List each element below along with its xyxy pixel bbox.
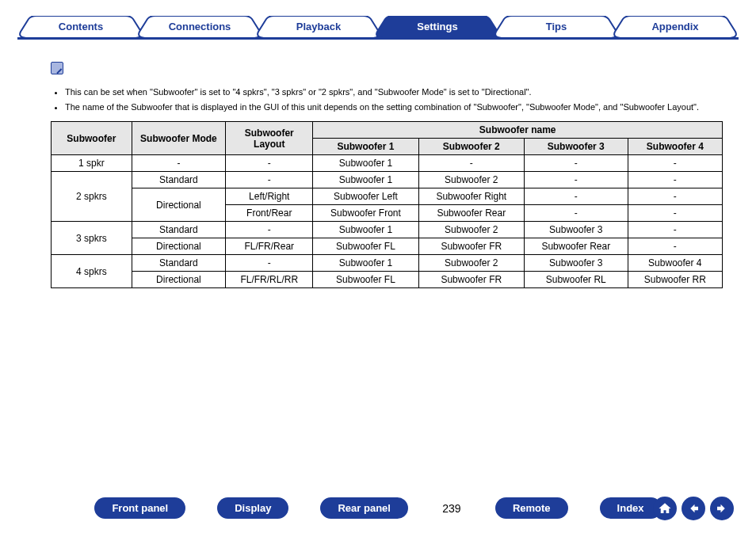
tab-contents[interactable]: Contents — [17, 16, 144, 38]
cell: FL/FR/Rear — [226, 238, 313, 255]
table-row: 3 spkrs Standard - Subwoofer 1 Subwoofer… — [52, 222, 723, 238]
nav-index[interactable]: Index — [600, 497, 662, 519]
cell: 1 spkr — [52, 155, 132, 172]
cell: 3 spkrs — [52, 222, 132, 255]
cell: Subwoofer RL — [524, 272, 628, 288]
cell: 4 spkrs — [52, 255, 132, 288]
tab-label: Appendix — [651, 21, 698, 32]
tab-label: Settings — [417, 21, 457, 32]
nav-remote[interactable]: Remote — [495, 497, 568, 519]
cell: - — [524, 155, 628, 172]
nav-front-panel[interactable]: Front panel — [94, 497, 185, 519]
cell: - — [418, 155, 524, 172]
tab-label: Playback — [296, 21, 341, 32]
subwoofer-table: Subwoofer Subwoofer Mode Subwoofer Layou… — [51, 121, 723, 288]
cell: Front/Rear — [226, 205, 313, 222]
cell: Subwoofer Left — [313, 188, 418, 205]
cell: - — [628, 238, 722, 255]
cell: Subwoofer 2 — [418, 255, 524, 272]
cell: - — [628, 188, 722, 205]
table-row: Directional FL/FR/RL/RR Subwoofer FL Sub… — [52, 272, 723, 288]
cell: Subwoofer 2 — [418, 172, 524, 188]
cell: - — [524, 172, 628, 188]
note-list: This can be set when "Subwoofer" is set … — [51, 86, 723, 113]
cell: - — [628, 172, 722, 188]
cell: Directional — [132, 188, 226, 222]
cell: Subwoofer Rear — [524, 238, 628, 255]
cell: Directional — [132, 238, 226, 255]
cell: Standard — [132, 222, 226, 238]
arrow-left-icon — [686, 501, 701, 516]
note-icon — [51, 62, 63, 74]
page-controls — [653, 497, 734, 520]
cell: FL/FR/RL/RR — [226, 272, 313, 288]
tab-settings[interactable]: Settings — [374, 16, 501, 38]
col-sub4: Subwoofer 4 — [628, 139, 722, 155]
bottom-nav: Front panel Display Rear panel 239 Remot… — [0, 497, 756, 519]
cell: Subwoofer Rear — [418, 205, 524, 222]
cell: - — [628, 222, 722, 238]
cell: - — [226, 172, 313, 188]
cell: Standard — [132, 255, 226, 272]
tab-label: Tips — [546, 21, 567, 32]
next-page-button[interactable] — [710, 497, 734, 520]
cell: Standard — [132, 172, 226, 188]
nav-rear-panel[interactable]: Rear panel — [320, 497, 407, 519]
cell: Subwoofer FR — [418, 238, 524, 255]
page-number: 239 — [440, 502, 464, 515]
cell: 2 spkrs — [52, 172, 132, 222]
cell: Subwoofer 1 — [313, 255, 418, 272]
cell: Left/Right — [226, 188, 313, 205]
cell: Subwoofer 4 — [628, 255, 722, 272]
col-group-subwoofer-name: Subwoofer name — [313, 122, 723, 139]
tab-playback[interactable]: Playback — [255, 16, 382, 38]
table-header-row: Subwoofer Subwoofer Mode Subwoofer Layou… — [52, 122, 723, 139]
cell: Subwoofer 2 — [418, 222, 524, 238]
cell: Subwoofer Front — [313, 205, 418, 222]
col-sub2: Subwoofer 2 — [418, 139, 524, 155]
arrow-right-icon — [715, 501, 729, 516]
nav-display[interactable]: Display — [217, 497, 288, 519]
top-tab-bar: Contents Connections Playback Settings T… — [17, 13, 739, 40]
col-sub3: Subwoofer 3 — [524, 139, 628, 155]
cell: - — [524, 205, 628, 222]
cell: - — [226, 155, 313, 172]
table-row: 1 spkr - - Subwoofer 1 - - - — [52, 155, 723, 172]
cell: - — [226, 222, 313, 238]
cell: Subwoofer FR — [418, 272, 524, 288]
tab-label: Connections — [169, 21, 231, 32]
cell: Subwoofer RR — [628, 272, 722, 288]
tab-connections[interactable]: Connections — [136, 16, 263, 38]
cell: Subwoofer 1 — [313, 172, 418, 188]
cell: Subwoofer Right — [418, 188, 524, 205]
cell: - — [226, 255, 313, 272]
cell: Subwoofer 1 — [313, 155, 418, 172]
col-subwoofer-layout: Subwoofer Layout — [226, 122, 313, 155]
tab-tips[interactable]: Tips — [493, 16, 620, 38]
cell: - — [628, 155, 722, 172]
cell: Subwoofer 3 — [524, 222, 628, 238]
tab-label: Contents — [59, 21, 103, 32]
col-sub1: Subwoofer 1 — [313, 139, 418, 155]
table-row: 4 spkrs Standard - Subwoofer 1 Subwoofer… — [52, 255, 723, 272]
col-subwoofer-mode: Subwoofer Mode — [132, 122, 226, 155]
col-subwoofer: Subwoofer — [52, 122, 132, 155]
table-row: Directional FL/FR/Rear Subwoofer FL Subw… — [52, 238, 723, 255]
table-row: 2 spkrs Standard - Subwoofer 1 Subwoofer… — [52, 172, 723, 188]
cell: Subwoofer 3 — [524, 255, 628, 272]
note-item: The name of the Subwoofer that is displa… — [65, 101, 723, 114]
note-item: This can be set when "Subwoofer" is set … — [65, 86, 723, 99]
table-row: Directional Left/Right Subwoofer Left Su… — [52, 188, 723, 205]
cell: Subwoofer FL — [313, 238, 418, 255]
note-block: This can be set when "Subwoofer" is set … — [51, 62, 723, 113]
cell: Subwoofer FL — [313, 272, 418, 288]
home-button[interactable] — [653, 497, 677, 520]
home-icon — [658, 501, 672, 516]
cell: Subwoofer 1 — [313, 222, 418, 238]
prev-page-button[interactable] — [682, 497, 705, 520]
cell: Directional — [132, 272, 226, 288]
cell: - — [524, 188, 628, 205]
tab-appendix[interactable]: Appendix — [612, 16, 739, 38]
cell: - — [628, 205, 722, 222]
cell: - — [132, 155, 226, 172]
